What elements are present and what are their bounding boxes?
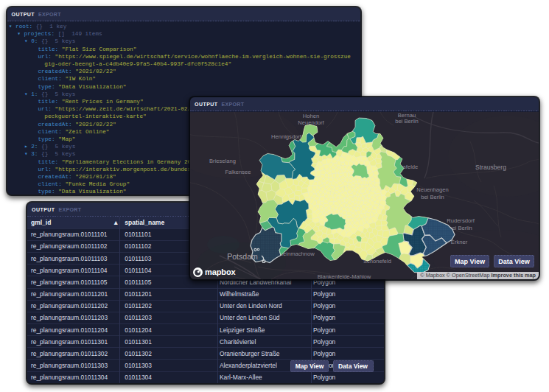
svg-text:Potsdam: Potsdam <box>227 251 258 260</box>
svg-text:bei Berlin: bei Berlin <box>395 118 419 125</box>
svg-text:Erkner: Erkner <box>451 239 468 245</box>
svg-text:Strausberg: Strausberg <box>475 163 506 170</box>
svg-text:Hennigsdorf: Hennigsdorf <box>271 133 302 140</box>
svg-text:bei Berlin: bei Berlin <box>421 193 444 200</box>
svg-text:Brieselang: Brieselang <box>209 157 236 164</box>
svg-text:Neuenhagen: Neuenhagen <box>416 186 449 193</box>
svg-text:Falkensee: Falkensee <box>225 169 251 175</box>
svg-text:Rudersdorf: Rudersdorf <box>447 217 475 224</box>
svg-text:Blankenfelde-Mahlow: Blankenfelde-Mahlow <box>318 273 371 279</box>
